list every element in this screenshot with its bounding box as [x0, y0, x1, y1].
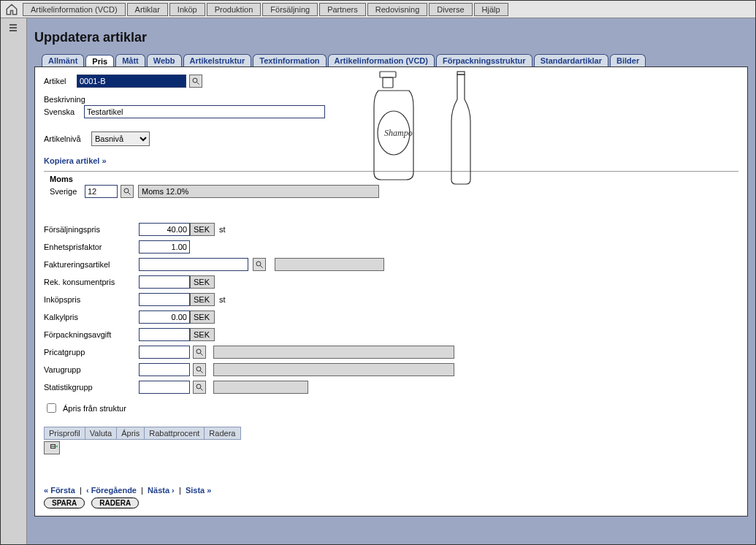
svg-point-16 [196, 367, 201, 371]
pricat-desc [213, 346, 454, 359]
menu-forsaljning[interactable]: Försäljning [262, 3, 318, 16]
rec-consumer-currency: SEK [190, 275, 215, 289]
top-menu-bar: Artikelinformation (VCD) Artiklar Inköp … [1, 1, 755, 18]
calc-input[interactable] [139, 310, 190, 324]
svg-line-15 [201, 354, 203, 356]
copy-article-link[interactable]: Kopiera artikel » [44, 156, 107, 165]
pricat-lookup-button[interactable] [193, 346, 206, 359]
tab-bilder[interactable]: Bilder [610, 54, 646, 66]
goods-input[interactable] [139, 363, 190, 376]
packaging-fee-currency: SEK [190, 328, 215, 341]
invoicing-input[interactable] [139, 258, 248, 271]
svg-line-17 [201, 371, 203, 373]
menu-artikelinformation[interactable]: Artikelinformation (VCD) [23, 3, 126, 16]
menu-hjalp[interactable]: Hjälp [474, 3, 508, 16]
packaging-fee-input[interactable] [139, 328, 190, 341]
stat-input[interactable] [139, 381, 190, 394]
menu-partners[interactable]: Partners [319, 3, 366, 16]
tab-textinformation[interactable]: Textinformation [253, 54, 326, 66]
svg-line-9 [197, 83, 199, 85]
rec-consumer-input[interactable] [139, 275, 190, 289]
tab-standardartiklar[interactable]: Standardartiklar [534, 54, 608, 66]
purchase-input[interactable] [139, 293, 190, 306]
menu-produktion[interactable]: Produktion [207, 3, 261, 16]
article-level-select[interactable]: Basnivå [91, 132, 150, 146]
vat-country-label: Sverige [50, 187, 85, 196]
tabs: Allmänt Pris Mått Webb Artikelstruktur T… [42, 54, 748, 66]
invoicing-desc [275, 258, 384, 271]
save-button[interactable]: SPARA [44, 498, 85, 508]
svg-point-12 [256, 262, 261, 266]
rec-consumer-label: Rek. konsumentpris [44, 278, 139, 286]
stat-label: Statistikgrupp [44, 383, 139, 392]
nav-first[interactable]: « Första [44, 486, 75, 495]
calc-currency: SEK [190, 310, 215, 324]
article-input[interactable] [77, 75, 186, 88]
aprice-struct-label: Ápris från struktur [63, 404, 126, 413]
tab-pris[interactable]: Pris [85, 55, 114, 67]
sales-price-unit: st [219, 225, 226, 234]
page-title: Uppdatera artiklar [34, 30, 748, 45]
tab-artikelstruktur[interactable]: Artikelstruktur [183, 54, 252, 66]
description-lang-label: Svenska [44, 107, 84, 116]
menu-artiklar[interactable]: Artiklar [127, 3, 168, 16]
tab-forpackningsstruktur[interactable]: Förpackningsstruktur [436, 54, 532, 66]
vat-lookup-button[interactable] [121, 185, 134, 198]
unit-factor-input[interactable] [139, 240, 190, 254]
th-radera: Radera [205, 427, 240, 439]
aprice-struct-checkbox[interactable] [47, 403, 56, 413]
tab-matt[interactable]: Mått [115, 54, 145, 66]
svg-point-14 [196, 349, 201, 354]
svg-line-19 [201, 389, 203, 391]
pricat-label: Pricatgrupp [44, 348, 139, 357]
nav-last[interactable]: Sista » [186, 486, 211, 495]
th-prisprofil: Prisprofil [45, 427, 85, 439]
menu-diverse[interactable]: Diverse [429, 3, 472, 16]
article-lookup-button[interactable] [189, 75, 202, 88]
svg-line-11 [129, 193, 131, 195]
vat-code-input[interactable] [85, 185, 118, 198]
th-rabatt: Rabattprocent [145, 427, 205, 439]
goods-desc [213, 363, 454, 376]
calc-label: Kalkylpris [44, 313, 139, 321]
home-icon[interactable] [5, 3, 18, 16]
stat-lookup-button[interactable] [193, 381, 206, 394]
main-area: Uppdatera artiklar Allmänt Pris Mått Web… [27, 18, 755, 544]
nav-prev[interactable]: ‹ Föregående [86, 486, 137, 495]
invoicing-label: Faktureringsartikel [44, 260, 139, 269]
menu-inkop[interactable]: Inköp [169, 3, 205, 16]
goods-lookup-button[interactable] [193, 363, 206, 376]
menu-redovisning[interactable]: Redovisning [367, 3, 428, 16]
purchase-unit: st [219, 295, 226, 304]
description-input[interactable] [84, 105, 325, 118]
svg-text:Shampo: Shampo [384, 128, 413, 138]
delete-button[interactable]: RADERA [91, 498, 139, 508]
stat-desc [213, 381, 308, 394]
svg-rect-1 [9, 27, 17, 28]
sales-price-input[interactable] [139, 223, 190, 236]
purchase-label: Inköpspris [44, 295, 139, 304]
product-illustration: Shampo [349, 70, 503, 194]
th-valuta: Valuta [85, 427, 117, 439]
goods-label: Varugrupp [44, 365, 139, 374]
pricat-input[interactable] [139, 346, 190, 359]
vat-desc: Moms 12.0% [138, 185, 379, 198]
tab-artikelinformation-vcd[interactable]: Artikelinformation (VCD) [328, 54, 435, 66]
sales-price-label: Försäljningspris [44, 225, 139, 234]
svg-rect-2 [9, 30, 17, 31]
grip-icon[interactable] [8, 23, 18, 33]
add-row-button[interactable] [44, 441, 60, 454]
packaging-fee-label: Förpackningsavgift [44, 330, 139, 339]
svg-line-13 [261, 266, 263, 268]
invoicing-lookup-button[interactable] [253, 258, 266, 271]
nav-next[interactable]: Nästa › [148, 486, 175, 495]
svg-point-18 [196, 384, 201, 389]
svg-rect-3 [380, 72, 396, 77]
description-label: Beskrivning [44, 95, 85, 104]
svg-rect-0 [9, 24, 17, 26]
tab-webb[interactable]: Webb [147, 54, 182, 66]
th-apris: Ápris [117, 427, 145, 439]
unit-factor-label: Enhetsprisfaktor [44, 243, 139, 251]
tab-allmant[interactable]: Allmänt [42, 54, 84, 66]
content-panel: Shampo Artikel Beskrivning Svens [34, 66, 748, 517]
